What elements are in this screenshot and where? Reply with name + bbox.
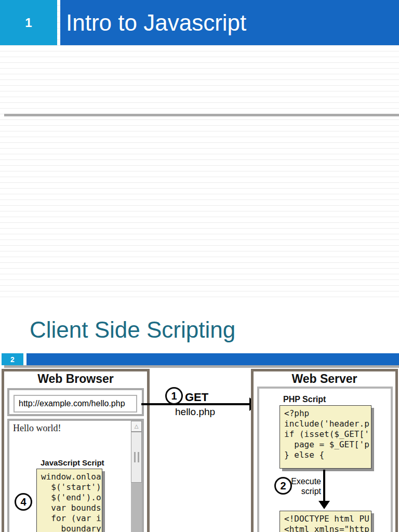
scroll-up-button: △ — [131, 421, 142, 432]
php-script-label: PHP Script — [283, 395, 326, 404]
page-output-text: Hello world! — [13, 423, 61, 434]
slide-1-title-bar: Intro to Javascript — [60, 0, 399, 45]
execute-script-label: Execute script — [285, 476, 321, 496]
thumb-grip-icon — [138, 452, 139, 462]
slide-2-accent-bar — [26, 353, 399, 365]
browser-viewport: Hello world! △ JavaScript Script window.… — [7, 419, 144, 532]
web-server-panel-title: Web Server — [251, 372, 398, 386]
browser-scrollbar: △ — [131, 421, 142, 532]
execute-arrow — [323, 470, 325, 502]
execute-arrowhead-icon — [318, 501, 330, 509]
step-badge-4: 4 — [15, 493, 32, 511]
url-field: http://example.com/hello.php — [14, 395, 137, 413]
document-page: 1 Intro to Javascript Client Side Script… — [0, 0, 399, 532]
javascript-code-box: window.onloa $('start') $('end').o var b… — [36, 469, 102, 532]
request-file-label: hello.php — [175, 406, 215, 418]
scrollbar-thumb — [131, 432, 142, 483]
step-badge-1: 1 — [165, 387, 183, 405]
web-browser-panel-title: Web Browser — [2, 372, 150, 386]
request-method-label: GET — [185, 391, 208, 404]
scroll-up-icon: △ — [135, 423, 139, 429]
slide-2-accent-bar-shadow — [4, 365, 399, 368]
thumb-grip-icon — [134, 452, 136, 462]
php-code-box: <?php include('header.p if (isset($_GET[… — [280, 405, 371, 469]
slide-1-title-bar-shadow — [4, 114, 399, 116]
html-output-code-box: <!DOCTYPE html PU <html xmlns="http — [280, 511, 371, 532]
slide-1-title: Intro to Javascript — [66, 10, 246, 36]
slide-2-title: Client Side Scripting — [30, 317, 235, 343]
slide-1-number-badge: 1 — [0, 0, 57, 45]
javascript-script-label: JavaScript Script — [41, 458, 104, 467]
slide-2-number-badge: 2 — [2, 353, 23, 365]
